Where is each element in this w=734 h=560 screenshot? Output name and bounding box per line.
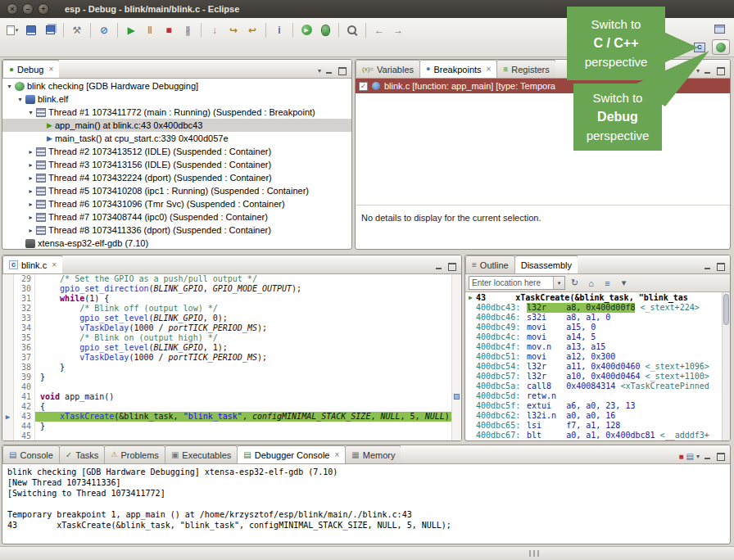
close-tab-icon[interactable]: × (52, 261, 57, 269)
location-combo[interactable]: Enter location here ▾ (469, 276, 565, 290)
debug-tree-item[interactable]: ▶main_task() at cpu_start.c:339 0x400d05… (2, 132, 351, 145)
debug-tree-item[interactable]: ▸Thread #6 1073431096 (Tmr Svc) (Suspend… (2, 197, 351, 210)
disassembly-row[interactable]: 400dbc4f:mov.n a13, a15 (465, 342, 730, 352)
breakpoint-checkbox[interactable]: ✓ (359, 82, 368, 91)
tab-disassembly[interactable]: Disassembly (514, 255, 578, 273)
debug-tree-item[interactable]: ▶app_main() at blink.c:43 0x400dbc43 (2, 119, 351, 132)
debug-tree-item[interactable]: ▸Thread #8 1073411336 (dport) (Suspended… (2, 224, 351, 237)
minimize-icon[interactable] (433, 261, 444, 271)
tab-blink-c[interactable]: cblink.c× (2, 255, 62, 273)
code-line[interactable]: /* Set the GPIO as a push/pull output */ (40, 274, 451, 284)
window-minimize-button[interactable]: – (22, 3, 34, 15)
step-into-button[interactable]: ↓ (206, 21, 224, 39)
collapse-arrow-icon[interactable]: ▾ (26, 109, 35, 116)
step-over-button[interactable]: ↪ (224, 21, 242, 39)
view-menu-icon[interactable]: ▾ (696, 453, 700, 460)
breakpoint-row[interactable]: ✓ blink.c [function: app_main] [type: Te… (356, 79, 730, 93)
close-tab-icon[interactable]: × (334, 451, 339, 459)
disassembly-row[interactable]: 400dbc49:movi a15, 0 (465, 323, 730, 332)
disassembly-row[interactable]: ▶43 xTaskCreate(&blink_task, "blink_tas (465, 293, 730, 303)
debug-tree-item[interactable]: ▸Thread #7 1073408744 (ipc0) (Suspended … (2, 210, 351, 224)
step-return-button[interactable]: ↩ (243, 21, 261, 39)
tab-registers[interactable]: ≡Registers (496, 60, 555, 78)
terminate-button[interactable]: ■ (678, 452, 683, 461)
code-line[interactable]: xTaskCreate(&blink_task, "blink_task", c… (35, 412, 451, 422)
debug-tree-item[interactable]: ▸Thread #5 1073410208 (ipc1 : Running) (… (2, 184, 351, 197)
sync-selection-button[interactable]: ↻ (568, 276, 582, 290)
overview-ruler[interactable] (451, 274, 461, 440)
code-line[interactable]: vTaskDelay(1000 / portTICK_PERIOD_MS); (40, 353, 451, 363)
collapse-arrow-icon[interactable]: ▾ (16, 96, 25, 103)
tab-problems[interactable]: ⚠Problems (104, 445, 165, 463)
expand-arrow-icon[interactable]: ▸ (26, 161, 35, 169)
tab-outline[interactable]: ≡Outline (465, 255, 515, 273)
disassembly-row[interactable]: 400dbc54:l32r a11, 0x400d0460 <_stext+10… (465, 362, 730, 372)
close-tab-icon[interactable]: × (487, 65, 492, 74)
tab-debug[interactable]: ●Debug× (2, 60, 59, 78)
run-button[interactable]: ▶ (297, 21, 315, 39)
view-menu-icon[interactable]: ▾ (696, 67, 700, 75)
disassembly-row[interactable]: 400dbc5f:extui a6, a0, 23, 13 (465, 401, 730, 411)
debug-tree-item[interactable]: ▾blink checking [GDB Hardware Debugging] (2, 79, 351, 93)
layout-button[interactable]: ≡ (600, 276, 614, 290)
disassembly-scrollbar[interactable] (722, 292, 730, 440)
new-wizard-button[interactable]: ▾ (3, 21, 21, 39)
tab-memory[interactable]: ▦Memory (345, 445, 401, 463)
debug-tree-item[interactable]: ▾Thread #1 1073411772 (main : Running) (… (2, 106, 351, 119)
suspend-button[interactable]: ‖ (141, 21, 159, 39)
console-output[interactable]: blink checking [GDB Hardware Debugging] … (2, 464, 730, 544)
disassembly-row[interactable]: 400dbc67:blt a0, a1, 0x400dbc81 <__adddf… (465, 431, 730, 440)
code-area[interactable]: /* Set the GPIO as a push/pull output */… (35, 274, 451, 440)
debug-button[interactable] (316, 21, 334, 39)
skip-all-breakpoints-button[interactable]: ⊘ (95, 21, 113, 39)
debug-tree-item[interactable]: ▸Thread #4 1073432224 (dport) (Suspended… (2, 171, 351, 184)
view-menu-button[interactable]: ▾ (617, 276, 631, 290)
forward-button[interactable]: → (389, 21, 407, 39)
debug-tree-item[interactable]: xtensa-esp32-elf-gdb (7.10) (2, 237, 351, 249)
location-input[interactable]: Enter location here (469, 278, 553, 287)
expand-arrow-icon[interactable]: ▸ (26, 174, 35, 182)
code-line[interactable]: gpio_set_level(BLINK_GPIO, 1); (40, 343, 451, 353)
code-line[interactable] (40, 382, 451, 392)
save-button[interactable] (22, 21, 40, 39)
disassembly-row[interactable]: 400dbc51:movi a12, 0x300 (465, 352, 730, 362)
view-menu-icon[interactable]: ▾ (318, 67, 321, 75)
code-line[interactable]: void app_main() (40, 392, 451, 402)
code-line[interactable]: gpio_set_level(BLINK_GPIO, 0); (40, 314, 451, 323)
code-line[interactable]: gpio_set_direction(BLINK_GPIO, GPIO_MODE… (40, 284, 451, 294)
debug-tree-item[interactable]: ▸Thread #3 1073413156 (IDLE) (Suspended … (2, 158, 351, 171)
save-all-button[interactable] (41, 21, 59, 39)
disassembly-row[interactable]: 400dbc5d:retw.n (465, 391, 730, 401)
code-line[interactable] (40, 431, 451, 440)
disassembly-row[interactable]: 400dbc57:l32r a10, 0x400d0464 <_stext+11… (465, 372, 730, 382)
minimize-icon[interactable] (324, 65, 334, 75)
breakpoint-marker-icon[interactable] (454, 394, 460, 400)
code-line[interactable]: } (40, 373, 451, 382)
window-resize-handle[interactable] (529, 550, 541, 557)
combo-dropdown-icon[interactable]: ▾ (553, 277, 564, 289)
tab-executables[interactable]: ▣Executables (165, 445, 238, 463)
maximize-icon[interactable] (446, 261, 457, 271)
scrollbar-thumb[interactable] (723, 294, 729, 325)
disconnect-button[interactable]: ∦ (179, 21, 197, 39)
tab-variables[interactable]: (x)=Variables (356, 60, 420, 78)
code-line[interactable]: vTaskDelay(1000 / portTICK_PERIOD_MS); (40, 323, 451, 333)
tab-breakpoints[interactable]: ●Breakpoints× (419, 60, 497, 78)
disassembly-row[interactable]: 400dbc5a:call8 0x40084314 <xTaskCreatePi… (465, 382, 730, 391)
collapse-arrow-icon[interactable]: ▾ (5, 83, 14, 90)
disassembly-row[interactable]: 400dbc43:l32r a8, 0x400d00f8 <_stext+224… (465, 303, 730, 313)
search-button[interactable] (343, 21, 361, 39)
disassembly-row[interactable]: 400dbc62:l32i.n a0, a0, 16 (465, 411, 730, 421)
debug-perspective-button[interactable] (712, 39, 730, 55)
resume-button[interactable]: ▶ (122, 21, 140, 39)
maximize-icon[interactable] (715, 261, 726, 271)
display-console-icon[interactable]: ▤ (686, 452, 694, 461)
expand-arrow-icon[interactable]: ▸ (26, 201, 35, 208)
code-line[interactable]: /* Blink on (output high) */ (40, 333, 451, 343)
cpp-perspective-button[interactable]: C (690, 39, 709, 55)
minimize-icon[interactable] (702, 451, 713, 461)
annotation-ruler[interactable]: ▶ (2, 274, 14, 440)
code-line[interactable]: } (40, 363, 451, 373)
disassembly-row[interactable]: 400dbc65:lsi f7, a1, 128 (465, 421, 730, 431)
code-line[interactable]: /* Blink off (output low) */ (40, 304, 451, 314)
